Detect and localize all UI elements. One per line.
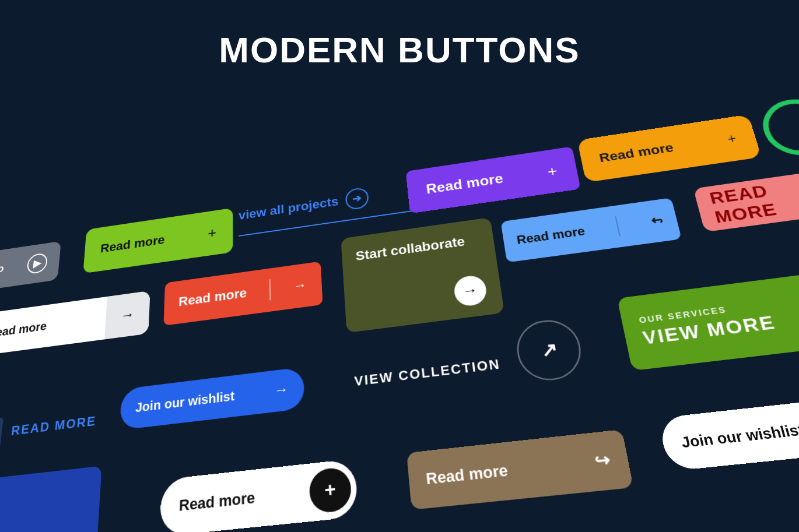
arrow-right-icon: → — [274, 381, 289, 400]
plus-icon: + — [546, 162, 559, 180]
orange-read-more-label: Read more — [178, 286, 247, 310]
white-split-label: Read more — [0, 311, 106, 342]
hex-read-more-label: READ MORE — [10, 413, 97, 438]
dark-blue-collaborate-button[interactable]: → RATE — [0, 466, 102, 532]
divider — [269, 279, 271, 300]
blue-read-more-label: Read more — [516, 224, 586, 246]
blue-join-label: Join our wishlist — [135, 388, 234, 415]
salmon-read-more-button[interactable]: READ MORE — [693, 169, 799, 232]
yellow-read-more-button[interactable]: Read more + — [577, 114, 762, 182]
view-collection-button[interactable]: VIEW COLLECTION — [339, 341, 518, 404]
hex-read-more-button[interactable]: → READ MORE — [0, 395, 98, 463]
purple-read-more-label: Read more — [425, 171, 504, 197]
salmon-read-more-label: READ MORE — [707, 174, 799, 227]
view-all-projects-label: view all projects — [239, 195, 339, 223]
white-pill-label: Read more — [179, 489, 255, 516]
blue-join-wishlist-button[interactable]: Join our wishlist → — [120, 367, 305, 430]
plus-icon: + — [208, 224, 216, 242]
play-icon: ▶ — [26, 252, 48, 274]
white-join-wishlist-button[interactable]: Join our wishlist → — [658, 393, 799, 471]
share-icon: ↩ — [650, 213, 665, 228]
circle-arrow-button[interactable]: ↗ — [513, 317, 586, 384]
video-button[interactable]: video ▶ — [0, 241, 61, 293]
decorative-circle — [756, 95, 799, 160]
white-split-read-more-button[interactable]: Read more → — [0, 291, 150, 357]
start-collaborate-label: Start collaborate — [355, 234, 466, 264]
arrow-right-circle-icon: ➔ — [345, 187, 369, 211]
video-label: video — [0, 263, 5, 278]
start-collaborate-button[interactable]: Start collaborate → — [341, 217, 504, 333]
corner-arrow-icon: ↪ — [593, 450, 611, 472]
view-collection-label: VIEW COLLECTION — [354, 356, 502, 389]
arrow-diagonal-icon: ↗ — [539, 338, 559, 362]
green-read-more-label: Read more — [100, 232, 164, 256]
arrow-right-icon: → — [104, 291, 150, 340]
hexagon-shape: → — [0, 407, 5, 463]
green-services-button[interactable]: OUR SERVICES VIEW MORE — [617, 267, 799, 371]
orange-read-more-button[interactable]: Read more → — [163, 262, 323, 326]
arrow-right-icon: → — [293, 277, 307, 294]
arrow-right-icon: → — [453, 274, 488, 307]
divider — [615, 216, 621, 237]
plus-icon: + — [726, 131, 738, 147]
tan-read-more-button[interactable]: Read more ↪ — [406, 429, 633, 510]
tilted-container: video ▶ Read more + view all projects ➔ … — [0, 23, 799, 532]
yellow-read-more-label: Read more — [598, 140, 675, 165]
buttons-area: video ▶ Read more + view all projects ➔ … — [0, 82, 799, 525]
blue-read-more-button[interactable]: Read more ↩ — [500, 198, 681, 262]
plus-icon: + — [309, 466, 352, 514]
tan-read-more-label: Read more — [425, 461, 509, 488]
white-join-label: Join our wishlist — [679, 421, 799, 451]
white-pill-read-more-button[interactable]: Read more + — [160, 459, 359, 532]
purple-read-more-button[interactable]: Read more + — [406, 146, 581, 213]
green-read-more-button[interactable]: Read more + — [83, 208, 233, 274]
view-all-projects-button[interactable]: view all projects ➔ — [239, 172, 419, 237]
